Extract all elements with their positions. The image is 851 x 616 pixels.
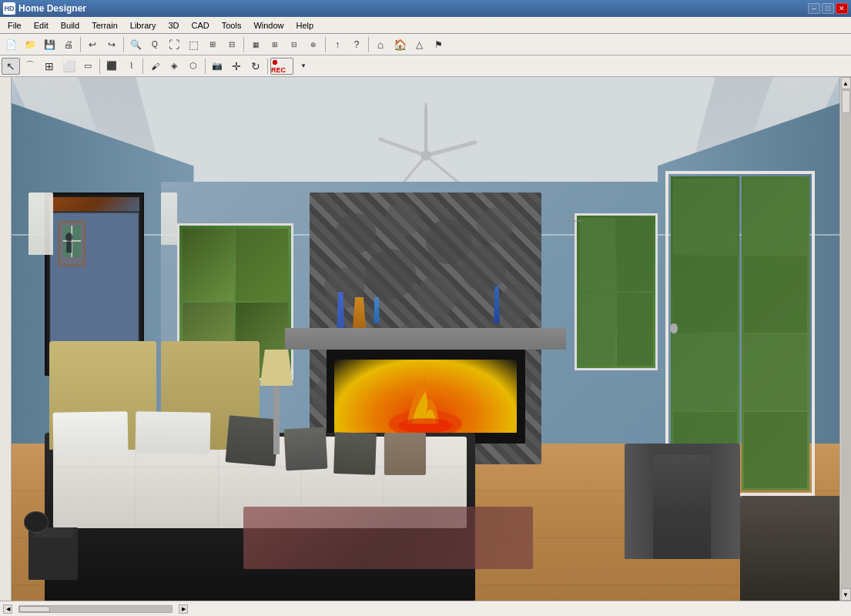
house-button[interactable]: ⌂	[371, 36, 390, 53]
pillow-white-1	[52, 411, 128, 454]
toolbar-separator-5	[368, 37, 369, 52]
ruler-left	[0, 77, 12, 601]
menu-terrain[interactable]: Terrain	[85, 19, 124, 32]
toolbar-separator-1	[80, 37, 81, 52]
toolbar2-sep-4	[267, 59, 268, 74]
minimize-button[interactable]: –	[808, 3, 820, 14]
open-button[interactable]: 📁	[21, 36, 39, 53]
help-button[interactable]: ?	[347, 36, 366, 53]
scroll-track-vertical[interactable]	[841, 89, 851, 588]
window-controls: – □ ✕	[808, 3, 848, 14]
main-area: ▲ ▼	[0, 77, 851, 601]
undo-button[interactable]: ↩	[83, 36, 102, 53]
app-icon: HD	[3, 2, 15, 15]
rec-button[interactable]: ⏺ REC	[270, 58, 293, 75]
door-tool[interactable]: ▭	[79, 58, 97, 75]
arc-tool[interactable]: ⌒	[21, 58, 39, 75]
menu-build[interactable]: Build	[55, 19, 85, 32]
mountain-button[interactable]: △	[410, 36, 428, 53]
svg-point-10	[336, 213, 377, 253]
window-tool[interactable]: ⬛	[102, 58, 121, 75]
svg-line-2	[380, 139, 426, 156]
new-button[interactable]: 📄	[2, 36, 20, 53]
scroll-down-button[interactable]: ▼	[841, 588, 851, 601]
status-bar: ◀ ▶	[0, 601, 851, 616]
maximize-button[interactable]: □	[822, 3, 834, 14]
scroll-thumb-horizontal[interactable]	[19, 606, 50, 612]
material-tool[interactable]: ◈	[165, 58, 183, 75]
toolbar-separator-4	[325, 37, 326, 52]
scroll-left-button[interactable]: ◀	[3, 604, 12, 614]
house2-button[interactable]: 🏠	[390, 36, 409, 53]
redo-button[interactable]: ↪	[102, 36, 121, 53]
scrollbar-vertical: ▲ ▼	[839, 77, 851, 601]
menu-window[interactable]: Window	[247, 19, 290, 32]
stair-tool[interactable]: ⌇	[122, 58, 140, 75]
rotate-tool[interactable]: ↻	[246, 58, 265, 75]
menu-bar: File Edit Build Terrain Library 3D CAD T…	[0, 17, 851, 34]
toolbar2-sep-1	[99, 59, 100, 74]
zoom-prev-button[interactable]: ⊟	[223, 36, 241, 53]
title-bar: HD Home Designer – □ ✕	[0, 0, 851, 17]
svg-point-16	[417, 276, 457, 316]
elevation-button[interactable]: ⊞	[266, 36, 284, 53]
scroll-track-horizontal[interactable]	[18, 605, 173, 613]
paint-tool[interactable]: 🖌	[146, 58, 164, 75]
floor-lamp	[260, 350, 293, 454]
zoom-in-button[interactable]: 🔍	[126, 36, 145, 53]
menu-cad[interactable]: CAD	[185, 19, 215, 32]
window-right-secondary	[575, 213, 658, 370]
move-tool[interactable]: ✛	[227, 58, 246, 75]
section-button[interactable]: ⊟	[285, 36, 303, 53]
select-tool[interactable]: ↖	[2, 58, 20, 75]
texture-tool[interactable]: ⬡	[184, 58, 203, 75]
wall-sconce-left	[28, 192, 53, 256]
title-left: HD Home Designer	[3, 2, 86, 15]
svg-point-18	[501, 283, 536, 319]
zoom-rect-button[interactable]: ⬚	[184, 36, 203, 53]
alarm-clock	[24, 511, 49, 532]
menu-tools[interactable]: Tools	[216, 19, 248, 32]
rec-dropdown[interactable]: ▼	[294, 58, 313, 75]
menu-edit[interactable]: Edit	[28, 19, 55, 32]
corner-chair	[740, 496, 839, 601]
scroll-right-button[interactable]: ▶	[179, 604, 188, 614]
armchair	[625, 444, 741, 559]
zoom-out-button[interactable]: Q	[146, 36, 164, 53]
toolbar2-sep-3	[205, 59, 206, 74]
3d-button[interactable]: ⊛	[304, 36, 323, 53]
menu-file[interactable]: File	[2, 19, 28, 32]
viewport-3d[interactable]	[12, 77, 839, 601]
menu-help[interactable]: Help	[290, 19, 320, 32]
plan-button[interactable]: ▦	[246, 36, 265, 53]
svg-point-17	[461, 246, 506, 291]
toolbar-separator-3	[243, 37, 244, 52]
print-button[interactable]: 🖨	[59, 36, 78, 53]
flag-button[interactable]: ⚑	[429, 36, 447, 53]
svg-point-11	[384, 202, 420, 237]
svg-point-13	[477, 207, 513, 243]
scroll-thumb-vertical[interactable]	[842, 90, 850, 113]
svg-line-0	[426, 142, 475, 156]
camera-tool[interactable]: 📷	[208, 58, 226, 75]
scroll-up-button[interactable]: ▲	[841, 77, 851, 89]
app-title: Home Designer	[18, 3, 86, 14]
fireplace-mantel	[285, 328, 567, 349]
toolbar-separator-2	[123, 37, 124, 52]
svg-rect-38	[49, 212, 139, 356]
zoom-select-button[interactable]: ⊞	[203, 36, 222, 53]
zoom-fit-button[interactable]: ⛶	[165, 36, 183, 53]
wall-tool[interactable]: ⊞	[40, 58, 59, 75]
fireplace-fire	[334, 360, 517, 433]
save-button[interactable]: 💾	[40, 36, 59, 53]
menu-3d[interactable]: 3D	[162, 19, 185, 32]
area-rug	[243, 507, 533, 570]
wall-sconce-right-painting	[161, 192, 178, 245]
close-button[interactable]: ✕	[836, 3, 848, 14]
arrow-up-button[interactable]: ↑	[328, 36, 347, 53]
menu-library[interactable]: Library	[124, 19, 162, 32]
pillow-dark-3	[333, 433, 377, 476]
toolbar-1: 📄 📁 💾 🖨 ↩ ↪ 🔍 Q ⛶ ⬚ ⊞ ⊟ ▦ ⊞ ⊟ ⊛ ↑ ? ⌂ 🏠 …	[0, 34, 851, 55]
room-tool[interactable]: ⬜	[59, 58, 78, 75]
cursor-crosshair	[566, 213, 581, 229]
